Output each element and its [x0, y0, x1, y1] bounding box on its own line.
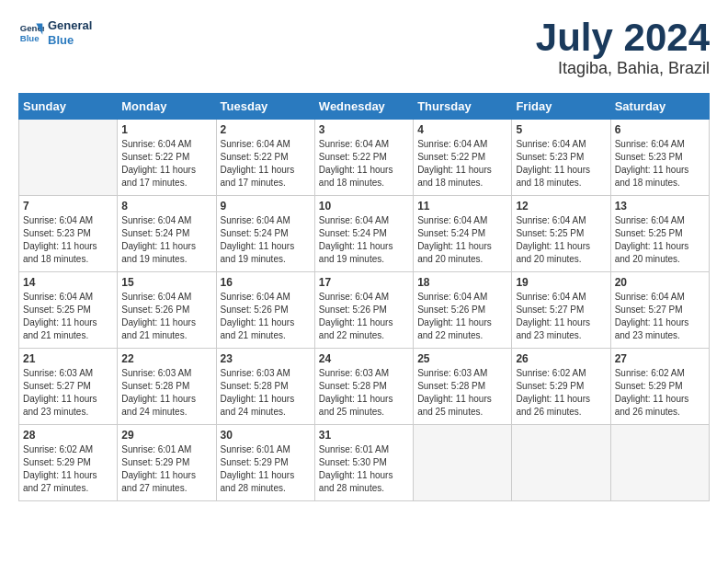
day-number: 16 [221, 276, 311, 289]
cell-sun-info: Sunrise: 6:04 AMSunset: 5:24 PMDaylight:… [319, 214, 409, 266]
weekday-header-wednesday: Wednesday [314, 94, 413, 120]
weekday-header-tuesday: Tuesday [216, 94, 314, 120]
day-number: 4 [417, 123, 507, 136]
day-number: 13 [615, 200, 705, 213]
svg-text:Blue: Blue [20, 32, 40, 42]
day-number: 22 [121, 352, 211, 365]
calendar-cell: 7Sunrise: 6:04 AMSunset: 5:23 PMDaylight… [19, 196, 118, 272]
cell-sun-info: Sunrise: 6:01 AMSunset: 5:30 PMDaylight:… [319, 443, 409, 495]
day-number: 9 [221, 200, 311, 213]
calendar-cell: 10Sunrise: 6:04 AMSunset: 5:24 PMDayligh… [314, 196, 413, 272]
calendar-cell: 16Sunrise: 6:04 AMSunset: 5:26 PMDayligh… [216, 272, 314, 349]
calendar-cell: 13Sunrise: 6:04 AMSunset: 5:25 PMDayligh… [610, 196, 709, 272]
calendar-cell: 27Sunrise: 6:02 AMSunset: 5:29 PMDayligh… [610, 349, 709, 425]
day-number: 12 [516, 200, 606, 213]
cell-sun-info: Sunrise: 6:03 AMSunset: 5:28 PMDaylight:… [221, 367, 311, 419]
calendar-cell: 5Sunrise: 6:04 AMSunset: 5:23 PMDaylight… [512, 120, 610, 196]
cell-sun-info: Sunrise: 6:04 AMSunset: 5:23 PMDaylight:… [615, 138, 705, 190]
weekday-header-friday: Friday [512, 94, 610, 120]
location-title: Itagiba, Bahia, Brazil [536, 59, 710, 78]
cell-sun-info: Sunrise: 6:04 AMSunset: 5:23 PMDaylight:… [23, 214, 113, 266]
day-number: 11 [417, 200, 507, 213]
title-block: July 2024 Itagiba, Bahia, Brazil [536, 18, 710, 78]
cell-sun-info: Sunrise: 6:04 AMSunset: 5:25 PMDaylight:… [23, 291, 113, 342]
day-number: 19 [516, 276, 606, 289]
week-row-5: 28Sunrise: 6:02 AMSunset: 5:29 PMDayligh… [19, 425, 710, 501]
calendar-cell: 26Sunrise: 6:02 AMSunset: 5:29 PMDayligh… [512, 349, 610, 425]
cell-sun-info: Sunrise: 6:04 AMSunset: 5:27 PMDaylight:… [615, 291, 705, 342]
week-row-3: 14Sunrise: 6:04 AMSunset: 5:25 PMDayligh… [19, 272, 710, 349]
calendar-cell: 3Sunrise: 6:04 AMSunset: 5:22 PMDaylight… [314, 120, 413, 196]
weekday-header-row: SundayMondayTuesdayWednesdayThursdayFrid… [19, 94, 710, 120]
calendar-cell [610, 425, 709, 501]
calendar-cell: 4Sunrise: 6:04 AMSunset: 5:22 PMDaylight… [414, 120, 512, 196]
day-number: 23 [221, 352, 311, 365]
day-number: 21 [23, 352, 113, 365]
day-number: 1 [121, 123, 211, 136]
day-number: 24 [319, 352, 409, 365]
day-number: 20 [615, 276, 705, 289]
weekday-header-thursday: Thursday [414, 94, 512, 120]
calendar-cell: 12Sunrise: 6:04 AMSunset: 5:25 PMDayligh… [512, 196, 610, 272]
logo-icon: General Blue [18, 20, 44, 46]
calendar-cell: 2Sunrise: 6:04 AMSunset: 5:22 PMDaylight… [216, 120, 314, 196]
day-number: 31 [319, 429, 409, 442]
cell-sun-info: Sunrise: 6:04 AMSunset: 5:25 PMDaylight:… [516, 214, 606, 266]
cell-sun-info: Sunrise: 6:04 AMSunset: 5:25 PMDaylight:… [615, 214, 705, 266]
calendar-cell: 14Sunrise: 6:04 AMSunset: 5:25 PMDayligh… [19, 272, 118, 349]
cell-sun-info: Sunrise: 6:01 AMSunset: 5:29 PMDaylight:… [121, 443, 211, 495]
week-row-2: 7Sunrise: 6:04 AMSunset: 5:23 PMDaylight… [19, 196, 710, 272]
cell-sun-info: Sunrise: 6:03 AMSunset: 5:27 PMDaylight:… [23, 367, 113, 419]
cell-sun-info: Sunrise: 6:02 AMSunset: 5:29 PMDaylight:… [23, 443, 113, 495]
day-number: 6 [615, 123, 705, 136]
weekday-header-saturday: Saturday [610, 94, 709, 120]
cell-sun-info: Sunrise: 6:04 AMSunset: 5:24 PMDaylight:… [121, 214, 211, 266]
cell-sun-info: Sunrise: 6:02 AMSunset: 5:29 PMDaylight:… [516, 367, 606, 419]
day-number: 3 [319, 123, 409, 136]
cell-sun-info: Sunrise: 6:01 AMSunset: 5:29 PMDaylight:… [221, 443, 311, 495]
cell-sun-info: Sunrise: 6:04 AMSunset: 5:23 PMDaylight:… [516, 138, 606, 190]
day-number: 28 [23, 429, 113, 442]
calendar-cell: 30Sunrise: 6:01 AMSunset: 5:29 PMDayligh… [216, 425, 314, 501]
day-number: 18 [417, 276, 507, 289]
cell-sun-info: Sunrise: 6:04 AMSunset: 5:27 PMDaylight:… [516, 291, 606, 342]
day-number: 29 [121, 429, 211, 442]
day-number: 30 [221, 429, 311, 442]
calendar-cell: 31Sunrise: 6:01 AMSunset: 5:30 PMDayligh… [314, 425, 413, 501]
cell-sun-info: Sunrise: 6:03 AMSunset: 5:28 PMDaylight:… [417, 367, 507, 419]
cell-sun-info: Sunrise: 6:03 AMSunset: 5:28 PMDaylight:… [319, 367, 409, 419]
week-row-1: 1Sunrise: 6:04 AMSunset: 5:22 PMDaylight… [19, 120, 710, 196]
calendar-cell: 19Sunrise: 6:04 AMSunset: 5:27 PMDayligh… [512, 272, 610, 349]
month-title: July 2024 [536, 18, 710, 57]
day-number: 5 [516, 123, 606, 136]
calendar-cell [512, 425, 610, 501]
calendar-cell: 21Sunrise: 6:03 AMSunset: 5:27 PMDayligh… [19, 349, 118, 425]
calendar-cell: 15Sunrise: 6:04 AMSunset: 5:26 PMDayligh… [118, 272, 216, 349]
calendar-cell: 24Sunrise: 6:03 AMSunset: 5:28 PMDayligh… [314, 349, 413, 425]
logo-general: General [48, 18, 92, 33]
calendar-cell: 29Sunrise: 6:01 AMSunset: 5:29 PMDayligh… [118, 425, 216, 501]
day-number: 27 [615, 352, 705, 365]
calendar-cell [19, 120, 118, 196]
day-number: 8 [121, 200, 211, 213]
cell-sun-info: Sunrise: 6:04 AMSunset: 5:22 PMDaylight:… [121, 138, 211, 190]
day-number: 17 [319, 276, 409, 289]
calendar-cell: 17Sunrise: 6:04 AMSunset: 5:26 PMDayligh… [314, 272, 413, 349]
calendar-cell: 1Sunrise: 6:04 AMSunset: 5:22 PMDaylight… [118, 120, 216, 196]
calendar-cell: 28Sunrise: 6:02 AMSunset: 5:29 PMDayligh… [19, 425, 118, 501]
day-number: 26 [516, 352, 606, 365]
cell-sun-info: Sunrise: 6:04 AMSunset: 5:24 PMDaylight:… [221, 214, 311, 266]
weekday-header-monday: Monday [118, 94, 216, 120]
day-number: 2 [221, 123, 311, 136]
calendar-cell: 6Sunrise: 6:04 AMSunset: 5:23 PMDaylight… [610, 120, 709, 196]
calendar-table: SundayMondayTuesdayWednesdayThursdayFrid… [18, 93, 710, 501]
cell-sun-info: Sunrise: 6:04 AMSunset: 5:22 PMDaylight:… [417, 138, 507, 190]
cell-sun-info: Sunrise: 6:04 AMSunset: 5:24 PMDaylight:… [417, 214, 507, 266]
day-number: 7 [23, 200, 113, 213]
day-number: 10 [319, 200, 409, 213]
cell-sun-info: Sunrise: 6:02 AMSunset: 5:29 PMDaylight:… [615, 367, 705, 419]
logo-blue: Blue [48, 33, 92, 48]
week-row-4: 21Sunrise: 6:03 AMSunset: 5:27 PMDayligh… [19, 349, 710, 425]
page-header: General Blue General Blue July 2024 Itag… [18, 18, 710, 78]
cell-sun-info: Sunrise: 6:03 AMSunset: 5:28 PMDaylight:… [121, 367, 211, 419]
